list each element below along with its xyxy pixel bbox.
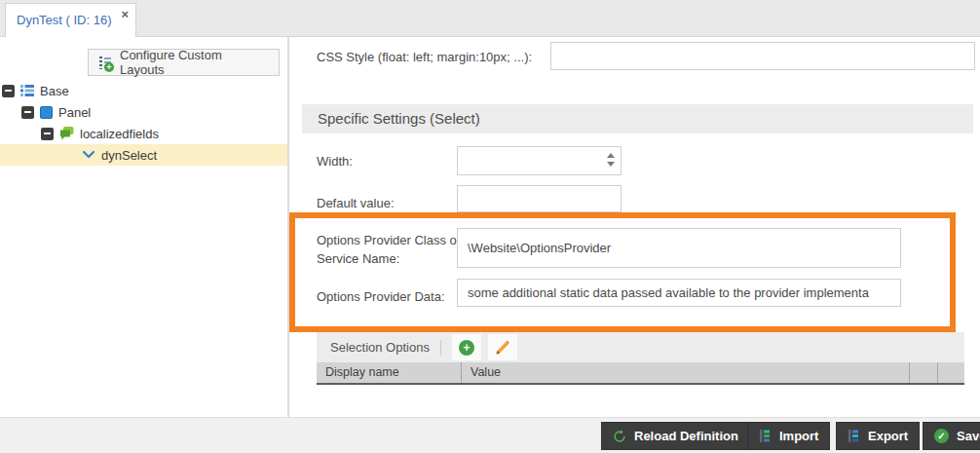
add-icon: + bbox=[459, 340, 474, 356]
tab-bar: DynTest ( ID: 16) × bbox=[0, 0, 980, 37]
tree-item-localizedfields[interactable]: localizedfields bbox=[0, 123, 287, 144]
collapse-icon[interactable] bbox=[21, 106, 34, 119]
close-icon[interactable]: × bbox=[121, 8, 129, 20]
edit-pencil-icon bbox=[495, 340, 510, 356]
tree-item-label: localizedfields bbox=[80, 127, 159, 141]
collapse-icon[interactable] bbox=[41, 128, 54, 140]
tab-dyntest[interactable]: DynTest ( ID: 16) × bbox=[5, 3, 136, 37]
options-provider-data-label: Options Provider Data: bbox=[317, 288, 445, 307]
options-provider-data-input[interactable] bbox=[457, 279, 901, 307]
panel-icon bbox=[40, 106, 53, 119]
options-provider-class-input[interactable] bbox=[457, 228, 901, 268]
width-spinner-field bbox=[457, 146, 622, 175]
width-input[interactable] bbox=[457, 146, 622, 175]
tab-title: DynTest ( ID: 16) bbox=[17, 13, 112, 27]
select-chevron-icon bbox=[82, 150, 95, 160]
tree-item-dynselect[interactable]: dynSelect bbox=[0, 144, 287, 166]
toolbar-separator bbox=[440, 340, 441, 356]
tree-item-panel[interactable]: Panel bbox=[0, 101, 287, 123]
export-button[interactable]: Export bbox=[836, 422, 920, 450]
plus-badge-icon: + bbox=[104, 62, 114, 72]
save-button[interactable]: ✓ Save bbox=[923, 422, 980, 450]
tree-item-label: Base bbox=[40, 84, 69, 98]
configure-custom-layouts-button[interactable]: + Configure Custom Layouts bbox=[88, 49, 280, 76]
css-style-input[interactable] bbox=[550, 42, 975, 70]
selection-options-toolbar: Selection Options + bbox=[317, 332, 964, 362]
default-value-label: Default value: bbox=[317, 195, 395, 213]
import-icon bbox=[759, 430, 772, 442]
section-header: Specific Settings (Select) bbox=[302, 104, 973, 133]
add-option-button[interactable]: + bbox=[452, 334, 481, 360]
column-header-value[interactable]: Value bbox=[461, 362, 909, 383]
column-header-empty-1[interactable] bbox=[909, 362, 937, 383]
spinner-down-icon[interactable] bbox=[607, 162, 615, 167]
export-icon bbox=[848, 430, 860, 442]
reload-definition-button[interactable]: Reload Definition bbox=[601, 422, 750, 450]
button-label: Save bbox=[957, 429, 980, 443]
spinner-up-icon[interactable] bbox=[607, 153, 615, 158]
button-label: Export bbox=[868, 429, 908, 443]
tree-item-label: dynSelect bbox=[101, 148, 157, 163]
import-button[interactable]: Import bbox=[747, 422, 830, 450]
options-provider-class-label: Options Provider Class or Service Name: bbox=[317, 232, 463, 269]
column-header-empty-2[interactable] bbox=[937, 362, 964, 383]
field-settings-panel: CSS Style (float: left; margin:10px; ...… bbox=[289, 37, 980, 417]
options-grid-header: Display name Value bbox=[317, 362, 964, 385]
save-check-icon: ✓ bbox=[934, 429, 949, 443]
width-label: Width: bbox=[317, 153, 353, 171]
default-value-input[interactable] bbox=[457, 185, 622, 212]
layout-list-icon bbox=[20, 84, 34, 97]
button-label: Import bbox=[779, 429, 818, 443]
reload-icon bbox=[613, 430, 626, 443]
localized-fields-icon bbox=[59, 127, 74, 140]
css-style-label: CSS Style (float: left; margin:10px; ...… bbox=[317, 49, 560, 67]
collapse-icon[interactable] bbox=[2, 85, 15, 97]
configure-custom-layouts-label: Configure Custom Layouts bbox=[120, 48, 269, 77]
column-header-display-name[interactable]: Display name bbox=[317, 362, 461, 383]
footer-action-bar: Reload Definition Import Export ✓ Save bbox=[0, 417, 980, 453]
tree-item-label: Panel bbox=[58, 105, 91, 120]
tree-item-base[interactable]: Base bbox=[0, 80, 287, 101]
edit-options-button[interactable] bbox=[488, 334, 517, 360]
custom-layout-icon: + bbox=[98, 57, 111, 69]
selection-options-title: Selection Options bbox=[330, 340, 430, 355]
button-label: Reload Definition bbox=[634, 429, 738, 443]
structure-tree: Base Panel localizedfields dynSelect bbox=[0, 80, 287, 166]
class-tree-panel: + Configure Custom Layouts Base Panel lo… bbox=[0, 37, 289, 417]
